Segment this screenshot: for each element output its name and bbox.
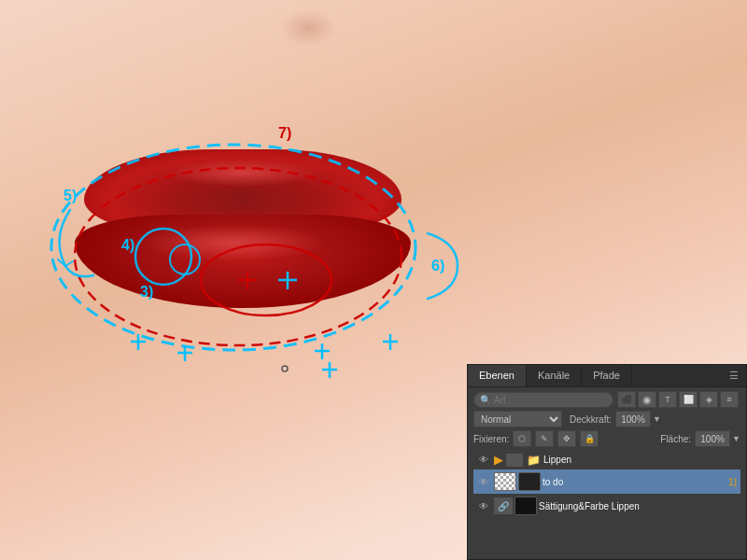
blend-opacity-row: Normal Deckkraft: 100% ▼	[473, 411, 740, 427]
tab-kanaele[interactable]: Kanäle	[527, 365, 582, 386]
layer-list: 👁 ▶ 📁 Lippen 👁 to do 1) 👁	[473, 450, 740, 518]
fix-lock-icon[interactable]: 🔒	[580, 430, 599, 447]
panel-tabs: Ebenen Kanäle Pfade ☰	[468, 365, 746, 387]
tab-ebenen[interactable]: Ebenen	[468, 365, 527, 386]
folder-icon-2: 📁	[527, 454, 541, 467]
fixieren-row: Fixieren: ⬡ ✎ ✥ 🔒 Fläche: 100% ▼	[473, 430, 740, 447]
layer-thumb-sat	[514, 497, 537, 515]
layer-name-sat: Sättigung&Farbe Lippen	[539, 501, 737, 511]
search-icon: 🔍	[480, 395, 491, 405]
fix-brush-icon[interactable]: ✎	[535, 430, 554, 447]
eye-icon-sat[interactable]: 👁	[477, 499, 490, 512]
fix-move-icon[interactable]: ✥	[557, 430, 576, 447]
layer-link-icon[interactable]: 🔗	[494, 497, 513, 514]
fix-pixel-icon[interactable]: ⬡	[513, 430, 531, 447]
upper-lip-highlight	[168, 159, 317, 187]
group-thumb	[506, 454, 523, 467]
panel-body: 🔍 ⬛ ◉ T ⬜ ◈ ≡ Normal Deckkraft: 100% ▼	[468, 387, 746, 522]
fill-value[interactable]: 100%	[695, 430, 730, 447]
folder-icon: ▶	[494, 453, 503, 467]
layer-name-todo: to do	[543, 477, 725, 487]
opacity-label: Deckkraft:	[570, 414, 612, 425]
search-input[interactable]	[494, 395, 531, 405]
canvas: 7) 5) 4) 3) 6) Ebenen Kanäle Pfade ☰ 🔍	[0, 0, 747, 560]
panel-settings-icon[interactable]: ≡	[720, 391, 739, 408]
lower-lip-highlight	[140, 224, 327, 261]
fixieren-icons: ⬡ ✎ ✥ 🔒	[513, 430, 600, 447]
smart-object-icon[interactable]: ◈	[699, 391, 718, 408]
new-layer-icon[interactable]: ⬛	[617, 391, 636, 408]
layer-group-lippen[interactable]: 👁 ▶ 📁 Lippen	[473, 450, 740, 469]
eye-icon-group[interactable]: 👁	[477, 454, 490, 467]
fixieren-label: Fixieren:	[473, 434, 509, 444]
layer-tag-todo: 1)	[728, 477, 737, 487]
layers-panel: Ebenen Kanäle Pfade ☰ 🔍 ⬛ ◉ T ⬜ ◈ ≡	[467, 364, 747, 560]
panel-menu-icon[interactable]: ☰	[722, 365, 746, 386]
text-icon[interactable]: T	[658, 391, 677, 408]
opacity-arrow[interactable]: ▼	[653, 414, 661, 424]
layer-thumb-todo	[494, 472, 516, 491]
adjustment-icon[interactable]: ◉	[638, 391, 656, 408]
tab-pfade[interactable]: Pfade	[582, 365, 632, 386]
opacity-value[interactable]: 100%	[615, 411, 651, 427]
eye-icon-todo[interactable]: 👁	[477, 475, 490, 488]
blend-mode-select[interactable]: Normal	[473, 411, 562, 427]
search-box[interactable]: 🔍	[473, 392, 613, 408]
shape-icon[interactable]: ⬜	[679, 391, 698, 408]
layer-mask-todo	[518, 472, 541, 491]
nose-area	[280, 9, 336, 47]
fill-arrow[interactable]: ▼	[732, 434, 740, 443]
group-name: Lippen	[543, 455, 737, 465]
layer-saturation[interactable]: 👁 🔗 Sättigung&Farbe Lippen	[473, 494, 740, 518]
search-row: 🔍 ⬛ ◉ T ⬜ ◈ ≡	[473, 391, 740, 408]
layer-todo[interactable]: 👁 to do 1)	[473, 469, 740, 494]
fill-label: Fläche:	[660, 434, 691, 444]
